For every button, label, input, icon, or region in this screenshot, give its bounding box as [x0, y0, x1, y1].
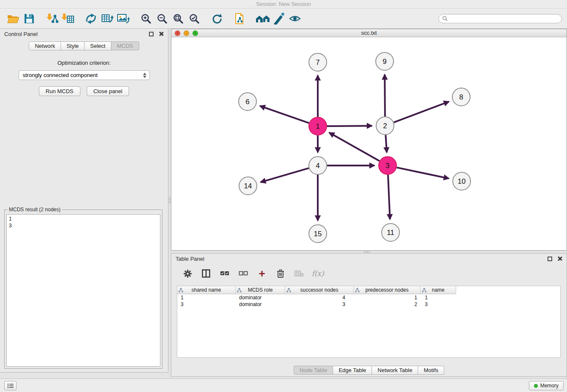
tab-node-table[interactable]: Node Table — [294, 366, 333, 375]
graph-node[interactable]: 10 — [453, 172, 471, 190]
graph-edge[interactable] — [261, 168, 309, 182]
graph-node[interactable]: 1 — [309, 117, 327, 135]
zoom-out-icon — [157, 13, 168, 24]
node-label: 8 — [459, 93, 463, 101]
graph-node[interactable]: 11 — [382, 224, 399, 241]
close-panel-icon[interactable] — [159, 31, 164, 36]
optimization-criterion-label: Optimization criterion: — [0, 60, 168, 66]
table-row[interactable]: 3dominator323 — [177, 301, 560, 308]
column-label: shared name — [191, 287, 221, 293]
zoom-in-button[interactable] — [138, 11, 154, 27]
search-icon — [442, 16, 448, 21]
graph-edge[interactable] — [388, 175, 390, 219]
graph-node[interactable]: 14 — [239, 177, 257, 195]
tab-network-table[interactable]: Network Table — [372, 366, 418, 375]
tab-network[interactable]: Network — [29, 41, 61, 50]
app-title: Session: New Session — [0, 0, 567, 8]
close-panel-icon[interactable] — [557, 256, 562, 261]
graph-node[interactable]: 9 — [376, 52, 394, 70]
graph-edge[interactable] — [260, 106, 309, 123]
graph-edge[interactable] — [397, 168, 449, 179]
open-file-icon — [7, 13, 19, 24]
tab-motifs[interactable]: Motifs — [418, 366, 444, 375]
column-header-name[interactable]: name — [421, 286, 456, 294]
open-file-button[interactable] — [5, 11, 21, 27]
graph-node[interactable]: 3 — [379, 157, 396, 174]
column-type-icon — [237, 288, 242, 294]
zoom-out-button[interactable] — [154, 11, 170, 27]
column-header-predecessor-nodes[interactable]: predecessor nodes — [354, 286, 421, 294]
graph-node[interactable]: 2 — [376, 117, 394, 135]
table-toolbar: + f(x) — [171, 264, 567, 283]
table-settings-button[interactable] — [182, 268, 193, 279]
mcds-result-list[interactable]: 1 3 — [6, 214, 160, 367]
refresh-button[interactable] — [209, 11, 225, 27]
new-network-icon — [85, 13, 97, 25]
splitter-handle — [364, 251, 371, 253]
column-header-successor-nodes[interactable]: successor nodes — [285, 286, 354, 294]
graph-node[interactable]: 6 — [239, 93, 256, 110]
run-mcds-button[interactable]: Run MCDS — [39, 86, 80, 96]
export-image-button[interactable] — [115, 11, 131, 27]
graph-node[interactable]: 8 — [452, 88, 470, 106]
refresh-icon — [211, 13, 223, 25]
zoom-selected-button[interactable] — [186, 11, 202, 27]
tab-select[interactable]: Select — [85, 41, 111, 50]
show-columns-button[interactable] — [200, 268, 212, 279]
table-tabs: Node Table Edge Table Network Table Moti… — [171, 366, 567, 375]
graph-edge[interactable] — [385, 135, 387, 152]
zoom-in-icon — [140, 13, 151, 24]
create-column-button[interactable]: + — [256, 268, 268, 279]
clone-network-button[interactable] — [232, 11, 248, 27]
search-input[interactable] — [450, 15, 558, 22]
close-panel-button[interactable]: Close panel — [87, 86, 129, 96]
network-window: × – + scc.txt 7968124314101511 — [171, 29, 567, 251]
graph-node[interactable]: 15 — [309, 225, 327, 243]
tab-style[interactable]: Style — [61, 41, 85, 50]
zoom-fit-button[interactable] — [170, 11, 186, 27]
node-label: 4 — [316, 162, 319, 170]
import-table-button[interactable] — [60, 11, 76, 27]
new-network-button[interactable] — [83, 11, 99, 27]
new-table-button[interactable] — [99, 11, 115, 27]
deselect-all-columns-button[interactable] — [237, 268, 249, 279]
window-zoom-button[interactable]: + — [193, 30, 198, 36]
window-minimize-button[interactable]: – — [184, 30, 189, 36]
show-hide-button[interactable] — [287, 11, 303, 27]
table-row[interactable]: 1dominator411 — [177, 294, 560, 301]
table-cell: 3 — [285, 301, 354, 308]
import-network-button[interactable] — [44, 11, 60, 27]
apply-style-button[interactable] — [271, 11, 287, 27]
column-header-MCDS-role[interactable]: MCDS role — [236, 286, 285, 294]
control-panel-tabs: Network Style Select MCDS — [0, 41, 168, 50]
home-layout-button[interactable] — [255, 11, 271, 27]
select-all-columns-button[interactable] — [219, 268, 231, 279]
tab-edge-table[interactable]: Edge Table — [333, 366, 372, 375]
search-box[interactable] — [438, 14, 562, 23]
task-history-button[interactable] — [4, 381, 17, 390]
import-network-icon — [46, 13, 58, 25]
float-panel-icon[interactable] — [548, 257, 552, 261]
graph-node[interactable]: 7 — [309, 53, 327, 71]
table-cell: 1 — [177, 294, 236, 301]
save-session-button[interactable] — [21, 11, 37, 27]
column-header-shared-name[interactable]: shared name — [177, 286, 236, 294]
network-canvas[interactable]: 7968124314101511 — [171, 37, 567, 250]
node-label: 14 — [244, 182, 252, 190]
graph-node[interactable]: 4 — [309, 157, 327, 174]
node-table: shared nameMCDS rolesuccessor nodesprede… — [177, 286, 561, 358]
float-panel-icon[interactable] — [149, 32, 154, 36]
graph-edge[interactable] — [327, 126, 372, 126]
home-layout-icon — [255, 13, 270, 24]
memory-button[interactable]: Memory — [529, 381, 564, 390]
window-close-button[interactable]: × — [175, 30, 180, 36]
graph-edge[interactable] — [329, 133, 380, 161]
delete-column-button[interactable] — [275, 268, 286, 279]
graph-edge[interactable] — [394, 102, 449, 122]
tab-mcds[interactable]: MCDS — [111, 41, 139, 50]
graph-edge[interactable] — [385, 75, 385, 116]
splitter-handle — [169, 197, 171, 204]
criterion-dropdown[interactable]: strongly connected component — [19, 70, 150, 80]
zoom-fit-icon — [173, 13, 184, 24]
table-cell: 3 — [421, 301, 456, 308]
